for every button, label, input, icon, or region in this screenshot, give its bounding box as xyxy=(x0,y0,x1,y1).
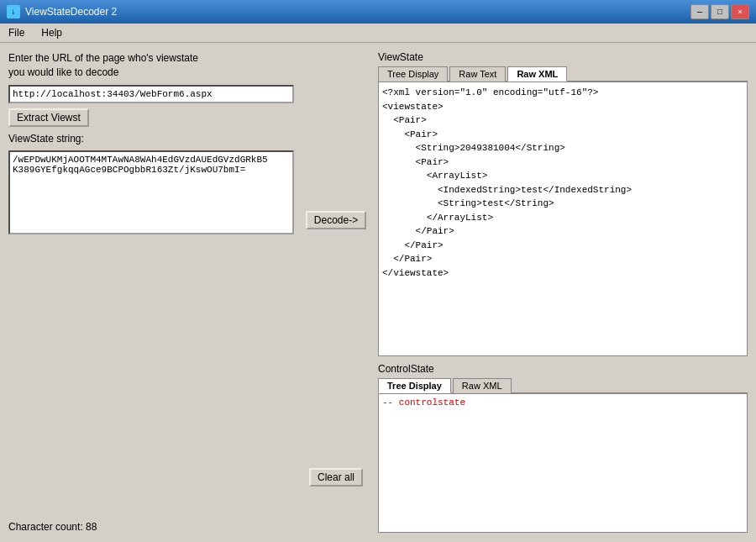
viewstate-content: <?xml version="1.0" encoding="utf-16"?> … xyxy=(378,82,748,356)
middle-col: Decode-> Clear all xyxy=(302,51,370,533)
tab-raw-xml[interactable]: Raw XML xyxy=(507,66,567,82)
close-button[interactable]: ✕ xyxy=(731,4,749,19)
menu-help[interactable]: Help xyxy=(33,25,71,40)
clear-button[interactable]: Clear all xyxy=(309,468,363,487)
title-bar-left: ↓ ViewStateDecoder 2 xyxy=(7,5,117,18)
viewstate-input[interactable] xyxy=(8,150,294,234)
url-input[interactable] xyxy=(8,85,294,103)
tab-raw-text[interactable]: Raw Text xyxy=(449,66,506,82)
tab-tree-display-cs[interactable]: Tree Display xyxy=(378,378,451,393)
tab-tree-display[interactable]: Tree Display xyxy=(378,66,448,82)
viewstate-tab-bar: Tree Display Raw Text Raw XML xyxy=(378,66,748,82)
controlstate-text: -- controlstate xyxy=(382,397,465,408)
title-bar-buttons: — □ ✕ xyxy=(690,4,749,19)
extract-button[interactable]: Extract Viewst xyxy=(8,108,89,127)
right-panel: ViewState Tree Display Raw Text Raw XML … xyxy=(378,51,748,533)
main-content: Enter the URL of the page who's viewstat… xyxy=(0,43,756,541)
url-label: Enter the URL of the page who's viewstat… xyxy=(8,51,294,80)
controlstate-tab-bar: Tree Display Raw XML xyxy=(378,377,748,393)
controlstate-title: ControlState xyxy=(378,363,748,375)
left-panel: Enter the URL of the page who's viewstat… xyxy=(8,51,294,533)
controlstate-content: -- controlstate xyxy=(378,393,748,533)
tab-raw-xml-cs[interactable]: Raw XML xyxy=(453,378,512,393)
xml-display: <?xml version="1.0" encoding="utf-16"?> … xyxy=(382,86,743,280)
decode-section: Decode-> xyxy=(306,211,366,229)
title-text: ViewStateDecoder 2 xyxy=(25,6,117,18)
viewstate-label: ViewState string: xyxy=(8,132,294,146)
title-bar: ↓ ViewStateDecoder 2 — □ ✕ xyxy=(0,0,756,24)
menu-bar: File Help xyxy=(0,24,756,43)
clear-section: Clear all xyxy=(309,468,363,533)
menu-file[interactable]: File xyxy=(0,25,33,40)
maximize-button[interactable]: □ xyxy=(711,4,729,19)
decode-button[interactable]: Decode-> xyxy=(306,211,366,229)
controlstate-section: ControlState Tree Display Raw XML -- con… xyxy=(378,363,748,533)
char-count: Character count: 88 xyxy=(8,518,294,533)
viewstate-section: ViewState Tree Display Raw Text Raw XML … xyxy=(378,51,748,356)
app-icon: ↓ xyxy=(7,5,20,18)
minimize-button[interactable]: — xyxy=(690,4,709,19)
viewstate-title: ViewState xyxy=(378,51,748,63)
